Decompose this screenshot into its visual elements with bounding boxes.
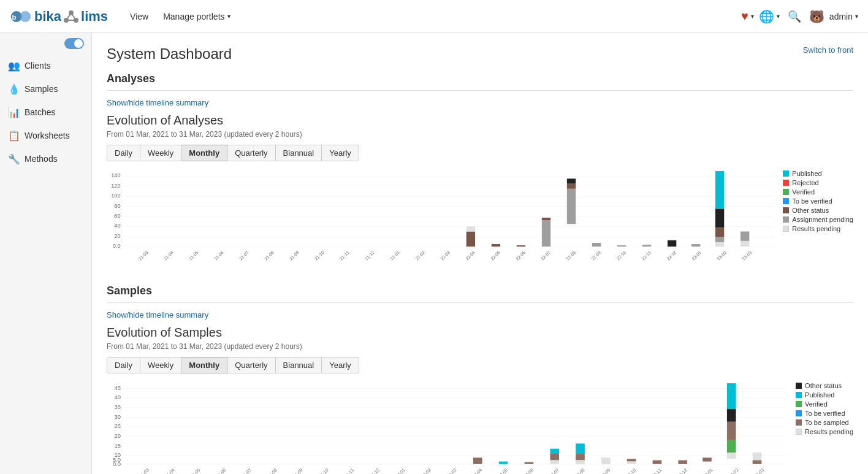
- svg-rect-60: [617, 245, 626, 247]
- legend-other-status: Other status: [783, 207, 853, 214]
- analyses-section-title: Analyses: [107, 72, 853, 91]
- svg-text:22-01: 22-01: [389, 250, 401, 262]
- svg-text:30: 30: [115, 413, 121, 419]
- logo-icon: b: [10, 6, 32, 28]
- svg-text:45: 45: [115, 384, 121, 391]
- analyses-btn-weekly[interactable]: Weekly: [140, 145, 181, 161]
- svg-text:40: 40: [114, 223, 120, 229]
- analyses-chart-subtitle: From 01 Mar, 2021 to 31 Mar, 2023 (updat…: [107, 130, 853, 139]
- logo-text: bika: [34, 9, 61, 25]
- switch-to-front-link[interactable]: Switch to front: [803, 45, 853, 55]
- samples-chart-subtitle: From 01 Mar, 2021 to 31 Mar, 2023 (updat…: [107, 342, 853, 351]
- heart-dropdown-arrow: ▾: [751, 13, 754, 20]
- legend-results-pending: Results pending: [783, 225, 853, 232]
- samples-btn-quarterly[interactable]: Quarterly: [227, 357, 275, 373]
- sidebar-item-clients[interactable]: 👥 Clients: [0, 54, 91, 77]
- svg-line-7: [71, 13, 76, 20]
- samples-show-hide-link[interactable]: Show/hide timeline summary: [107, 310, 208, 319]
- admin-dropdown[interactable]: admin ▾: [829, 12, 858, 21]
- svg-text:22-05: 22-05: [497, 467, 509, 474]
- svg-text:21-05: 21-05: [189, 467, 202, 474]
- samples-btn-biannual[interactable]: Biannual: [276, 357, 322, 373]
- analyses-btn-yearly[interactable]: Yearly: [322, 145, 359, 161]
- svg-text:21-07: 21-07: [238, 250, 250, 262]
- globe-icon: 🌐: [759, 9, 774, 24]
- analyses-period-buttons: Daily Weekly Monthly Quarterly Biannual …: [107, 145, 853, 161]
- samples-btn-monthly[interactable]: Monthly: [181, 357, 227, 373]
- svg-text:0.0: 0.0: [113, 461, 121, 467]
- legend-published: Published: [783, 170, 853, 177]
- svg-rect-124: [601, 457, 611, 464]
- samples-chart-container: 45 40 35 30 25 20 15 10 5.0 0.0: [107, 382, 786, 474]
- legend-verified: Verified: [783, 188, 853, 196]
- sidebar-item-batches[interactable]: 📊 Batches: [0, 101, 91, 124]
- svg-text:21-12: 21-12: [364, 250, 376, 262]
- svg-text:23-01: 23-01: [702, 467, 714, 474]
- globe-dropdown-arrow: ▾: [777, 13, 780, 20]
- svg-text:23-03: 23-03: [753, 467, 766, 474]
- svg-rect-50: [466, 232, 475, 247]
- samples-legend-to-be-sampled: To be sampled: [796, 419, 853, 426]
- samples-chart-area: 45 40 35 30 25 20 15 10 5.0 0.0: [107, 382, 853, 474]
- svg-text:21-12: 21-12: [369, 467, 381, 474]
- svg-text:20: 20: [115, 432, 121, 439]
- logo: b bika lims: [10, 6, 108, 28]
- samples-btn-daily[interactable]: Daily: [107, 357, 140, 373]
- heart-icon-group[interactable]: ♥ ▾: [741, 9, 754, 23]
- svg-rect-122: [576, 454, 585, 460]
- svg-text:22-08: 22-08: [565, 250, 577, 262]
- manage-portlets-dropdown[interactable]: Manage portlets ▾: [156, 12, 237, 21]
- svg-text:20: 20: [114, 233, 120, 239]
- analyses-btn-daily[interactable]: Daily: [107, 145, 140, 161]
- svg-text:22-11: 22-11: [641, 250, 652, 262]
- svg-text:22-03: 22-03: [446, 467, 458, 474]
- samples-chart-title: Evolution of Samples: [107, 326, 853, 340]
- samples-btn-weekly[interactable]: Weekly: [140, 357, 181, 373]
- samples-chart: 45 40 35 30 25 20 15 10 5.0 0.0: [107, 382, 786, 474]
- svg-rect-69: [740, 232, 749, 241]
- svg-text:22-05: 22-05: [490, 250, 501, 262]
- analyses-btn-monthly[interactable]: Monthly: [181, 145, 227, 161]
- analyses-show-hide-link[interactable]: Show/hide timeline summary: [107, 98, 208, 107]
- view-link[interactable]: View: [123, 0, 156, 33]
- svg-text:21-06: 21-06: [213, 250, 225, 262]
- svg-rect-116: [499, 461, 508, 464]
- svg-text:21-08: 21-08: [266, 467, 278, 474]
- toggle-button[interactable]: [64, 38, 84, 49]
- legend-color-ver: [796, 401, 802, 407]
- legend-color-other: [796, 383, 802, 389]
- svg-rect-126: [627, 461, 636, 464]
- svg-rect-128: [678, 460, 687, 464]
- samples-btn-yearly[interactable]: Yearly: [322, 357, 359, 373]
- sidebar-item-samples[interactable]: 💧 Samples: [0, 77, 91, 101]
- sidebar-item-methods[interactable]: 🔧 Methods: [0, 147, 91, 170]
- svg-text:22-08: 22-08: [574, 467, 586, 474]
- svg-text:22-11: 22-11: [650, 467, 663, 474]
- samples-section: Samples Show/hide timeline summary Evolu…: [107, 285, 853, 474]
- legend-color-published: [783, 170, 789, 177]
- svg-text:40: 40: [115, 394, 121, 400]
- svg-rect-135: [753, 453, 762, 461]
- manage-portlets-arrow: ▾: [227, 13, 230, 20]
- svg-rect-125: [627, 459, 636, 461]
- svg-rect-51: [466, 226, 475, 231]
- svg-text:15: 15: [115, 442, 121, 448]
- samples-icon: 💧: [9, 83, 20, 94]
- svg-text:22-02: 22-02: [420, 467, 432, 474]
- sidebar-item-worksheets[interactable]: 📋 Worksheets: [0, 124, 91, 147]
- svg-text:21-05: 21-05: [188, 250, 200, 262]
- legend-color-rejected: [783, 180, 789, 186]
- svg-text:120: 120: [111, 183, 120, 189]
- analyses-btn-quarterly[interactable]: Quarterly: [227, 145, 275, 161]
- globe-icon-group[interactable]: 🌐 ▾: [759, 9, 780, 24]
- analyses-btn-biannual[interactable]: Biannual: [276, 145, 322, 161]
- svg-text:23-02: 23-02: [717, 250, 728, 262]
- svg-text:0.0: 0.0: [113, 243, 121, 249]
- svg-text:21-11: 21-11: [339, 250, 351, 262]
- samples-legend-results-pending: Results pending: [796, 428, 853, 435]
- samples-legend: Other status Published Verified To be ve…: [796, 382, 853, 437]
- legend-color-pub: [796, 392, 802, 398]
- svg-text:23-02: 23-02: [728, 467, 740, 474]
- clients-icon: 👥: [9, 60, 20, 71]
- search-button[interactable]: 🔍: [785, 7, 804, 26]
